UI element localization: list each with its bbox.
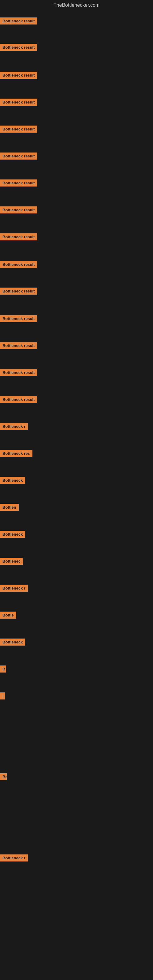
bottleneck-result-item: Bottlen bbox=[0, 504, 19, 512]
bottleneck-badge[interactable]: Bottleneck r bbox=[0, 585, 28, 592]
bottleneck-badge[interactable]: Bottleneck bbox=[0, 531, 25, 538]
bottleneck-result-item: B bbox=[0, 665, 6, 674]
bottleneck-badge[interactable]: Bottleneck result bbox=[0, 288, 37, 294]
bottleneck-badge[interactable]: Bo bbox=[0, 773, 7, 780]
bottleneck-badge[interactable]: Bottleneck result bbox=[0, 72, 37, 79]
bottleneck-result-item: Bottleneck result bbox=[0, 315, 37, 323]
bottleneck-result-item: Bottleneck result bbox=[0, 180, 37, 188]
bottleneck-result-item: Bottleneck bbox=[0, 638, 25, 647]
bottleneck-badge[interactable]: Bottleneck result bbox=[0, 18, 37, 24]
bottleneck-badge[interactable]: Bottlenec bbox=[0, 558, 23, 565]
bottleneck-badge[interactable]: B bbox=[0, 665, 6, 673]
bottleneck-result-item: Bottleneck result bbox=[0, 153, 37, 161]
bottleneck-result-item: Bottleneck result bbox=[0, 288, 37, 296]
bottleneck-badge[interactable]: Bottle bbox=[0, 612, 16, 619]
bottleneck-badge[interactable]: Bottleneck result bbox=[0, 126, 37, 133]
bottleneck-result-item: Bottleneck res bbox=[0, 450, 32, 458]
bottleneck-badge[interactable]: Bottleneck r bbox=[0, 423, 28, 430]
bottleneck-badge[interactable]: Bottleneck bbox=[0, 638, 25, 646]
bottleneck-badge[interactable]: Bottleneck bbox=[0, 477, 25, 484]
bottleneck-badge[interactable]: Bottleneck result bbox=[0, 180, 37, 186]
bottleneck-result-item: Bottle bbox=[0, 612, 16, 620]
bottleneck-badge[interactable]: Bottleneck result bbox=[0, 315, 37, 322]
bottleneck-result-item: Bo bbox=[0, 773, 7, 781]
bottleneck-result-item: Bottleneck result bbox=[0, 233, 37, 242]
bottleneck-result-item: Bottleneck result bbox=[0, 44, 37, 52]
bottleneck-badge[interactable]: Bottleneck result bbox=[0, 153, 37, 159]
bottleneck-result-item: Bottleneck result bbox=[0, 396, 37, 404]
bottleneck-badge[interactable]: Bottleneck result bbox=[0, 44, 37, 51]
bottleneck-result-item: Bottleneck result bbox=[0, 261, 37, 269]
bottleneck-badge[interactable]: Bottleneck result bbox=[0, 396, 37, 403]
bottleneck-badge[interactable]: Bottleneck result bbox=[0, 261, 37, 268]
bottleneck-result-item: Bottleneck result bbox=[0, 369, 37, 377]
bottleneck-result-item: Bottleneck result bbox=[0, 18, 37, 26]
bottleneck-badge[interactable]: Bottleneck result bbox=[0, 342, 37, 349]
bottleneck-badge[interactable]: Bottleneck r bbox=[0, 854, 28, 861]
bottleneck-result-item: Bottleneck result bbox=[0, 99, 37, 107]
bottleneck-badge[interactable]: Bottleneck result bbox=[0, 207, 37, 213]
bottleneck-badge[interactable]: Bottleneck result bbox=[0, 99, 37, 106]
bottleneck-result-item: | bbox=[0, 692, 5, 701]
bottleneck-badge[interactable]: Bottlen bbox=[0, 504, 19, 511]
bottleneck-result-item: Bottleneck r bbox=[0, 854, 28, 863]
bottleneck-badge[interactable]: Bottleneck result bbox=[0, 369, 37, 376]
bottleneck-result-item: Bottleneck bbox=[0, 531, 25, 539]
bottleneck-result-item: Bottleneck result bbox=[0, 72, 37, 80]
bottleneck-result-item: Bottleneck result bbox=[0, 342, 37, 350]
bottleneck-result-item: Bottleneck r bbox=[0, 585, 28, 593]
bottleneck-result-item: Bottleneck result bbox=[0, 207, 37, 215]
bottleneck-badge[interactable]: Bottleneck res bbox=[0, 450, 32, 457]
bottleneck-badge[interactable]: Bottleneck result bbox=[0, 233, 37, 240]
bottleneck-result-item: Bottleneck r bbox=[0, 423, 28, 431]
site-title: TheBottlenecker.com bbox=[0, 0, 153, 10]
bottleneck-badge[interactable]: | bbox=[0, 692, 5, 700]
bottleneck-result-item: Bottleneck bbox=[0, 477, 25, 485]
bottleneck-result-item: Bottleneck result bbox=[0, 126, 37, 134]
bottleneck-result-item: Bottlenec bbox=[0, 558, 23, 566]
